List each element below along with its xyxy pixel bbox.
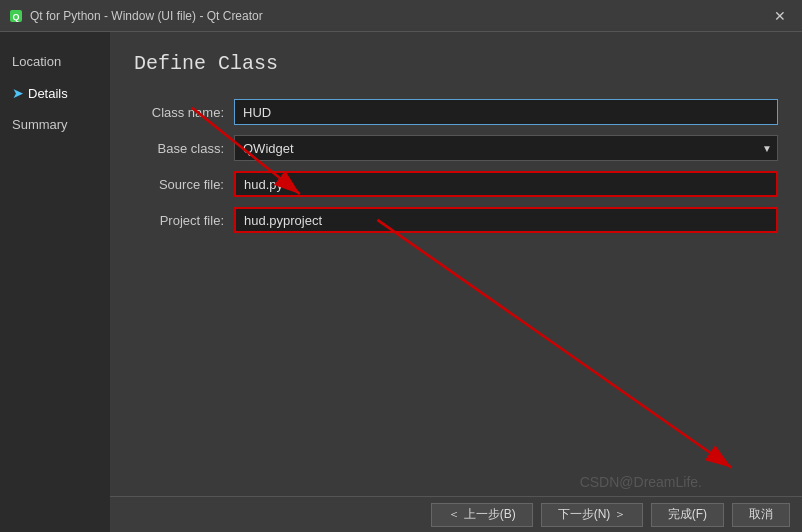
svg-line-4 — [377, 220, 731, 468]
back-button[interactable]: ＜ 上一步(B) — [431, 503, 532, 527]
sidebar-item-label-location: Location — [12, 54, 61, 69]
form-row-sourcefile: Source file: — [134, 171, 778, 197]
sidebar-item-location[interactable]: Location — [0, 48, 110, 75]
class-name-input[interactable] — [234, 99, 778, 125]
sidebar-item-label-details: Details — [28, 86, 68, 101]
cancel-button[interactable]: 取消 — [732, 503, 790, 527]
app-icon: Q — [8, 8, 24, 24]
sidebar-item-details[interactable]: ➤ Details — [0, 79, 110, 107]
next-button[interactable]: 下一步(N) ＞ — [541, 503, 643, 527]
sidebar-item-label-summary: Summary — [12, 117, 68, 132]
form-row-baseclass: Base class: QWidget QDialog QMainWindow … — [134, 135, 778, 161]
svg-text:Q: Q — [12, 12, 19, 22]
titlebar-left: Q Qt for Python - Window (UI file) - Qt … — [8, 8, 263, 24]
sidebar-item-summary[interactable]: Summary — [0, 111, 110, 138]
form-row-projectfile: Project file: — [134, 207, 778, 233]
page-title: Define Class — [134, 52, 778, 75]
base-class-wrapper: QWidget QDialog QMainWindow QObject ▼ — [234, 135, 778, 161]
titlebar-title: Qt for Python - Window (UI file) - Qt Cr… — [30, 9, 263, 23]
form-row-classname: Class name: — [134, 99, 778, 125]
main-container: Location ➤ Details Summary Define Class … — [0, 32, 802, 532]
titlebar: Q Qt for Python - Window (UI file) - Qt … — [0, 0, 802, 32]
active-arrow-icon: ➤ — [12, 85, 24, 101]
sidebar: Location ➤ Details Summary — [0, 32, 110, 532]
base-class-label: Base class: — [134, 141, 234, 156]
content-area: Define Class Class name: Base class: QWi… — [110, 32, 802, 532]
project-file-input[interactable] — [234, 207, 778, 233]
project-file-label: Project file: — [134, 213, 234, 228]
finish-button[interactable]: 完成(F) — [651, 503, 724, 527]
csdn-watermark: CSDN@DreamLife. — [580, 474, 702, 490]
class-name-label: Class name: — [134, 105, 234, 120]
source-file-label: Source file: — [134, 177, 234, 192]
source-file-input[interactable] — [234, 171, 778, 197]
base-class-select[interactable]: QWidget QDialog QMainWindow QObject — [234, 135, 778, 161]
close-button[interactable]: ✕ — [766, 6, 794, 26]
bottom-bar: ＜ 上一步(B) 下一步(N) ＞ 完成(F) 取消 — [110, 496, 802, 532]
